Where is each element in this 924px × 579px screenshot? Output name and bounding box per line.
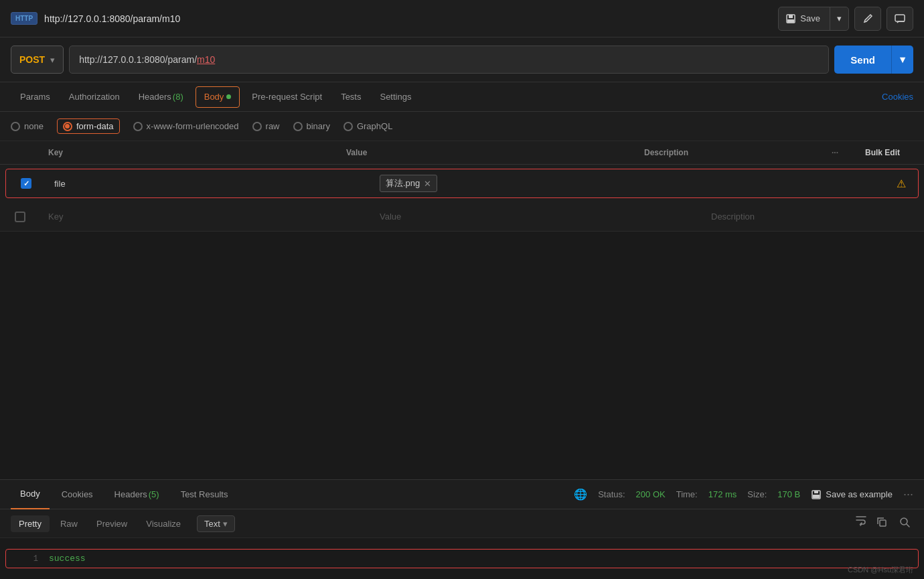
time-value: 172 ms	[708, 489, 737, 499]
request-tabs: Params Authorization Headers (8) Body Pr…	[0, 82, 924, 112]
table-row: file 算法.png ✕ ⚠	[5, 169, 919, 198]
tab-authorization[interactable]: Authorization	[60, 82, 129, 112]
code-view-tabs: Pretty Raw Preview Visualize Text ▾	[0, 509, 924, 538]
row1-checkbox-cell[interactable]	[6, 178, 46, 189]
send-dropdown-arrow[interactable]: ▾	[892, 46, 913, 74]
tab-settings[interactable]: Settings	[370, 82, 420, 112]
save-button[interactable]: Save ▾	[778, 7, 849, 31]
http-badge: HTTP	[11, 12, 37, 25]
radio-urlencoded[interactable]: x-www-form-urlencoded	[133, 121, 239, 131]
params-table: Key Value Description ··· Bulk Edit file…	[0, 141, 924, 232]
search-icon[interactable]	[896, 513, 913, 533]
code-line-highlighted: 1 success	[5, 549, 919, 568]
table-header-key: Key	[40, 144, 338, 161]
save-label: Save	[800, 13, 820, 23]
radio-form-data[interactable]: form-data	[57, 118, 120, 134]
row1-checkbox[interactable]	[21, 178, 31, 189]
method-dropdown-arrow: ▾	[50, 55, 55, 65]
table-header-checkbox	[0, 144, 40, 161]
svg-rect-7	[880, 520, 886, 526]
save-dropdown-arrow[interactable]: ▾	[830, 7, 848, 30]
file-name: 算法.png	[386, 177, 420, 189]
edit-icon-button[interactable]	[854, 7, 881, 31]
tab-pre-request[interactable]: Pre-request Script	[242, 82, 331, 112]
radio-form-data-label: form-data	[76, 121, 114, 131]
url-input[interactable]: http://127.0.0.1:8080/param/m10	[69, 46, 829, 74]
tab-params[interactable]: Params	[11, 82, 60, 112]
comment-icon	[894, 13, 906, 25]
url-bar: POST ▾ http://127.0.0.1:8080/param/m10 S…	[0, 37, 924, 82]
more-options-icon[interactable]: ···	[903, 487, 913, 501]
tab-headers[interactable]: Headers (8)	[129, 82, 193, 112]
radio-raw-circle	[252, 122, 262, 131]
row1-key[interactable]: file	[46, 175, 372, 193]
save-example-button[interactable]: Save as example	[811, 489, 893, 500]
empty-row-description[interactable]: Description	[703, 208, 891, 226]
body-type-bar: none form-data x-www-form-urlencoded raw…	[0, 112, 924, 141]
table-header-extra: ···	[824, 144, 857, 161]
response-tabs: Body Cookies Headers (5) Test Results 🌐 …	[0, 480, 924, 509]
response-section: Body Cookies Headers (5) Test Results 🌐 …	[0, 479, 924, 579]
code-view-icons	[854, 513, 913, 533]
empty-table-row: Key Value Description	[0, 202, 924, 232]
cookies-link[interactable]: Cookies	[882, 92, 913, 102]
footer-credit: CSDN @Hsu深君珩	[848, 565, 913, 575]
table-header-value: Value	[338, 144, 636, 161]
row1-value[interactable]: 算法.png ✕	[372, 171, 697, 196]
radio-graphql[interactable]: GraphQL	[343, 121, 392, 131]
format-arrow: ▾	[223, 519, 228, 529]
wrap-icon[interactable]	[854, 513, 868, 533]
resp-tab-body[interactable]: Body	[11, 480, 50, 509]
credit-text: CSDN @Hsu深君珩	[848, 566, 913, 574]
save-icon	[785, 13, 796, 24]
radio-form-data-circle	[63, 122, 72, 131]
status-label: Status:	[598, 489, 625, 499]
radio-graphql-label: GraphQL	[357, 121, 392, 131]
svg-rect-5	[814, 491, 818, 493]
send-button-main[interactable]: Send	[834, 46, 892, 74]
radio-urlencoded-label: x-www-form-urlencoded	[147, 121, 239, 131]
code-tab-preview[interactable]: Preview	[88, 515, 135, 532]
table-header-bulk[interactable]: Bulk Edit	[857, 144, 924, 161]
comment-icon-button[interactable]	[887, 7, 913, 31]
format-label: Text	[204, 519, 220, 529]
svg-rect-6	[813, 495, 820, 498]
warning-icon: ⚠	[897, 178, 906, 189]
code-line-1: 1 success	[6, 552, 918, 565]
code-content: 1 success	[0, 538, 924, 579]
row1-description[interactable]	[697, 179, 884, 187]
save-button-main[interactable]: Save	[779, 7, 830, 30]
send-label: Send	[850, 54, 875, 66]
format-selector[interactable]: Text ▾	[197, 515, 235, 532]
code-tab-pretty[interactable]: Pretty	[11, 515, 50, 532]
send-button[interactable]: Send ▾	[834, 46, 913, 74]
url-input-highlight: m10	[197, 54, 215, 65]
file-tag-close[interactable]: ✕	[424, 179, 431, 189]
radio-urlencoded-circle	[133, 122, 143, 131]
radio-none[interactable]: none	[11, 121, 44, 131]
svg-rect-3	[895, 15, 905, 21]
code-tab-raw[interactable]: Raw	[52, 515, 86, 532]
radio-graphql-circle	[343, 122, 353, 131]
radio-binary-circle	[293, 122, 303, 131]
status-area: 🌐 Status: 200 OK Time: 172 ms Size: 170 …	[574, 487, 913, 501]
empty-row-key[interactable]: Key	[40, 208, 372, 226]
url-input-text: http://127.0.0.1:8080/param/	[79, 54, 197, 65]
globe-icon: 🌐	[574, 488, 587, 501]
title-left: HTTP http://127.0.0.1:8080/param/m10	[11, 12, 180, 25]
method-select[interactable]: POST ▾	[11, 46, 64, 74]
radio-raw[interactable]: raw	[252, 121, 280, 131]
method-label: POST	[19, 54, 45, 65]
resp-tab-cookies[interactable]: Cookies	[52, 480, 102, 509]
resp-tab-headers[interactable]: Headers (5)	[105, 480, 169, 509]
code-tab-visualize[interactable]: Visualize	[138, 515, 189, 532]
copy-icon[interactable]	[873, 513, 891, 533]
empty-row-value[interactable]: Value	[372, 208, 703, 226]
tab-tests[interactable]: Tests	[331, 82, 370, 112]
code-text-1: success	[49, 554, 86, 564]
radio-binary[interactable]: binary	[293, 121, 330, 131]
empty-row-checkbox[interactable]	[15, 212, 25, 222]
resp-tab-test-results[interactable]: Test Results	[171, 480, 238, 509]
tab-body[interactable]: Body	[196, 86, 240, 108]
line-number-1: 1	[17, 554, 38, 564]
